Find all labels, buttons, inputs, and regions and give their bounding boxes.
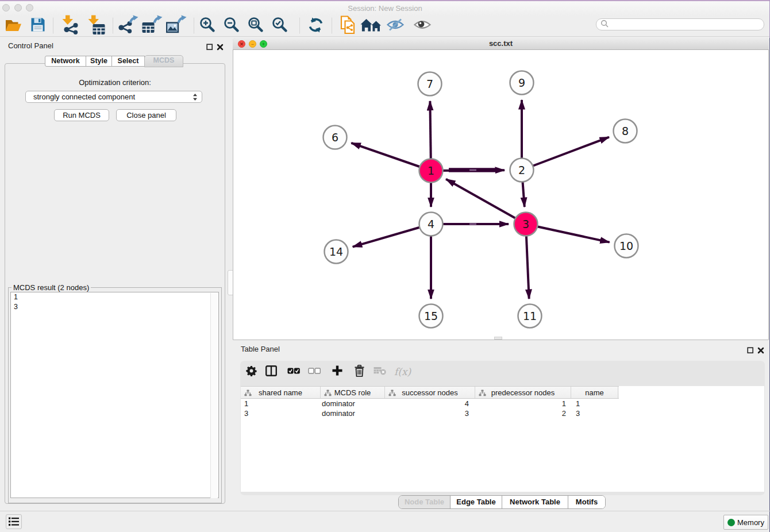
mcds-result-scrollbar[interactable]: [210, 293, 218, 498]
column-header-MCDS-role[interactable]: MCDS role: [321, 387, 385, 398]
select-all-button[interactable]: [287, 365, 300, 378]
graph-node-label-10: 10: [619, 240, 633, 252]
hide-preview-button[interactable]: [386, 16, 405, 36]
settings-button[interactable]: [246, 365, 257, 378]
edge-3-10[interactable]: [526, 224, 610, 242]
zoom-selected-button[interactable]: [271, 16, 288, 36]
network-close-button[interactable]: ✕: [238, 40, 245, 48]
graph-node-label-4: 4: [428, 218, 434, 230]
zoom-fit-button[interactable]: [247, 16, 264, 36]
search-input[interactable]: [596, 18, 764, 30]
tab-network-table[interactable]: Network Table: [502, 496, 568, 508]
zoom-out-button[interactable]: [223, 16, 240, 36]
export-image-button[interactable]: [166, 16, 187, 36]
deselect-all-button[interactable]: [308, 365, 321, 378]
tab-motifs[interactable]: Motifs: [568, 496, 605, 508]
run-mcds-button[interactable]: Run MCDS: [54, 109, 109, 121]
cell-predecessor-nodes[interactable]: 2: [475, 408, 571, 418]
tab-style[interactable]: Style: [86, 56, 112, 67]
tab-select[interactable]: Select: [111, 56, 145, 67]
function-builder-button[interactable]: f(x): [394, 365, 411, 378]
tab-network[interactable]: Network: [45, 56, 86, 67]
memory-status-icon: [727, 519, 735, 526]
edge-label-text-1-2: [469, 169, 476, 171]
table-row[interactable]: 3dominator323: [241, 408, 764, 418]
tab-edge-table[interactable]: Edge Table: [451, 496, 502, 508]
export-table-button[interactable]: [142, 16, 163, 36]
refresh-button[interactable]: [307, 16, 324, 36]
cell-shared-name[interactable]: 3: [241, 408, 321, 418]
memory-button[interactable]: Memory: [723, 515, 768, 530]
control-panel-title: Control Panel: [8, 41, 53, 50]
column-header-name[interactable]: name: [571, 387, 618, 398]
toolbar-separator: [113, 18, 113, 33]
save-session-button[interactable]: [30, 16, 45, 36]
import-network-button[interactable]: [60, 16, 80, 36]
hierarchy-icon: [479, 390, 486, 398]
optimization-criterion-select[interactable]: strongly connected component: [25, 91, 202, 103]
maximize-window-button[interactable]: [26, 4, 33, 11]
delete-row-button[interactable]: [355, 365, 364, 378]
houses-icon: [360, 17, 382, 34]
table-panel-close-button[interactable]: [757, 346, 764, 353]
copy-document-icon: [339, 16, 357, 37]
hierarchy-icon: [324, 390, 332, 398]
graph-node-label-14: 14: [329, 245, 343, 258]
table-row[interactable]: 1dominator411: [241, 399, 764, 408]
minimize-window-button[interactable]: [14, 4, 22, 11]
network-minimize-button[interactable]: −: [249, 40, 256, 48]
tab-node-table[interactable]: Node Table: [399, 496, 451, 508]
mcds-result-list[interactable]: 13: [10, 292, 219, 498]
table-panel-title: Table Panel: [241, 345, 280, 353]
open-session-button[interactable]: [5, 16, 22, 36]
edge-2-8[interactable]: [522, 137, 609, 170]
deselect-all-icon: [308, 367, 321, 377]
delete-table-button[interactable]: [374, 365, 386, 378]
network-scrollbar-handle[interactable]: [494, 337, 502, 340]
control-panel-tabs: NetworkStyleSelectMCDS: [45, 56, 183, 67]
show-preview-button[interactable]: [413, 16, 432, 36]
zoom-in-button[interactable]: [199, 16, 216, 36]
control-panel-close-button[interactable]: [217, 43, 224, 49]
zoom-selected-icon: [271, 16, 288, 36]
cell-MCDS-role[interactable]: dominator: [321, 399, 385, 408]
add-row-button[interactable]: [332, 365, 343, 378]
copy-document-button[interactable]: [339, 16, 357, 36]
edge-3-1[interactable]: [446, 179, 526, 224]
graph-node-label-2: 2: [518, 164, 525, 176]
table-panel-float-button[interactable]: [747, 346, 754, 353]
column-header-predecessor-nodes[interactable]: predecessor nodes: [475, 387, 571, 398]
home-button[interactable]: [360, 16, 382, 36]
control-panel-float-button[interactable]: [206, 43, 213, 49]
graph-node-label-3: 3: [522, 218, 529, 230]
import-network-icon: [60, 15, 80, 37]
column-header-shared-name[interactable]: shared name: [241, 387, 321, 398]
cell-name[interactable]: 3: [571, 408, 618, 418]
cell-successor-nodes[interactable]: 4: [385, 399, 475, 408]
cell-predecessor-nodes[interactable]: 1: [475, 399, 571, 408]
optimization-criterion-value: strongly connected component: [33, 92, 135, 101]
cell-MCDS-role[interactable]: dominator: [321, 408, 385, 418]
zoom-fit-icon: [247, 16, 264, 36]
export-network-button[interactable]: [118, 16, 138, 36]
hierarchy-icon: [388, 390, 396, 398]
eye-slash-icon: [386, 17, 405, 34]
cell-successor-nodes[interactable]: 3: [385, 408, 475, 418]
split-columns-button[interactable]: [265, 365, 277, 378]
edge-1-6[interactable]: [351, 143, 431, 171]
tab-mcds[interactable]: MCDS: [144, 55, 183, 67]
split-columns-icon: [265, 365, 277, 379]
import-table-button[interactable]: [86, 16, 106, 36]
save-icon: [30, 17, 45, 34]
close-panel-button[interactable]: Close panel: [116, 109, 176, 121]
cell-name[interactable]: 1: [571, 399, 618, 408]
network-graph[interactable]: 1234678910111415: [233, 50, 768, 340]
network-zoom-button[interactable]: +: [260, 40, 267, 48]
column-label: successor nodes: [402, 388, 458, 397]
close-window-button[interactable]: [2, 4, 10, 11]
cell-shared-name[interactable]: 1: [241, 399, 321, 408]
column-label: MCDS role: [334, 388, 371, 397]
column-header-successor-nodes[interactable]: successor nodes: [385, 387, 475, 398]
task-history-button[interactable]: [6, 514, 22, 529]
open-folder-icon: [5, 17, 22, 34]
